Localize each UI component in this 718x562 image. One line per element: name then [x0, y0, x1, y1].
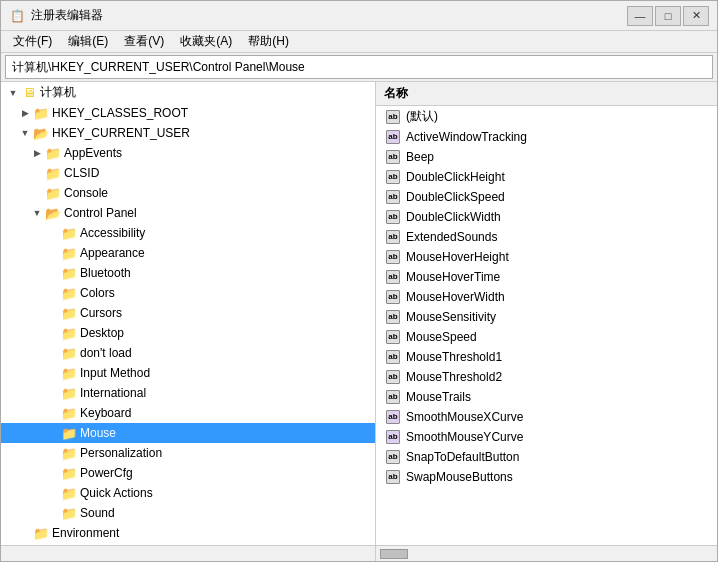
tree-label-computer: 计算机 [40, 84, 76, 101]
tree-item-keyboard[interactable]: ▶ 📁 Keyboard [1, 403, 375, 423]
tree-item-personalization[interactable]: ▶ 📁 Personalization [1, 443, 375, 463]
value-smoothmouseycurve[interactable]: ab SmoothMouseYCurve [376, 427, 717, 447]
type-icon-ab-mt2: ab [384, 370, 402, 384]
folder-icon-quickactions: 📁 [61, 486, 77, 500]
tree-item-hkcr[interactable]: ▶ 📁 HKEY_CLASSES_ROOT [1, 103, 375, 123]
value-name-extendedsounds: ExtendedSounds [406, 230, 497, 244]
value-name-doubleclickwidth: DoubleClickWidth [406, 210, 501, 224]
expand-appevents[interactable]: ▶ [29, 145, 45, 161]
value-mousehoverwidth[interactable]: ab MouseHoverWidth [376, 287, 717, 307]
expand-hkcr[interactable]: ▶ [17, 105, 33, 121]
folder-icon-powercfg: 📁 [61, 466, 77, 480]
menu-edit[interactable]: 编辑(E) [60, 31, 116, 52]
value-beep[interactable]: ab Beep [376, 147, 717, 167]
menu-bar: 文件(F) 编辑(E) 查看(V) 收藏夹(A) 帮助(H) [1, 31, 717, 53]
tree-label-international: International [80, 386, 146, 400]
minimize-button[interactable]: — [627, 6, 653, 26]
values-hscroll[interactable] [376, 546, 717, 561]
folder-icon-desktop: 📁 [61, 326, 77, 340]
value-name-mousehoverfime: MouseHoverTime [406, 270, 500, 284]
value-doubleclickspeed[interactable]: ab DoubleClickSpeed [376, 187, 717, 207]
tree-item-cursors[interactable]: ▶ 📁 Cursors [1, 303, 375, 323]
type-icon-ab: ab [384, 110, 402, 124]
tree-label-accessibility: Accessibility [80, 226, 145, 240]
registry-tree[interactable]: ▼ 🖥 计算机 ▶ 📁 HKEY_CLASSES_ROOT ▼ 📂 HKEY_C… [1, 82, 376, 545]
value-mousesensitivity[interactable]: ab MouseSensitivity [376, 307, 717, 327]
tree-item-computer[interactable]: ▼ 🖥 计算机 [1, 82, 375, 103]
type-icon-ab2-smyc: ab [384, 430, 402, 444]
tree-item-appearance[interactable]: ▶ 📁 Appearance [1, 243, 375, 263]
value-smoothmousexcurve[interactable]: ab SmoothMouseXCurve [376, 407, 717, 427]
menu-file[interactable]: 文件(F) [5, 31, 60, 52]
value-mousespeed[interactable]: ab MouseSpeed [376, 327, 717, 347]
value-doubleclickwidth[interactable]: ab DoubleClickWidth [376, 207, 717, 227]
tree-item-console[interactable]: ▶ 📁 Console [1, 183, 375, 203]
tree-label-clsid: CLSID [64, 166, 99, 180]
menu-help[interactable]: 帮助(H) [240, 31, 297, 52]
tree-item-hkcu[interactable]: ▼ 📂 HKEY_CURRENT_USER [1, 123, 375, 143]
menu-favorites[interactable]: 收藏夹(A) [172, 31, 240, 52]
type-icon-ab-mtrails: ab [384, 390, 402, 404]
maximize-button[interactable]: □ [655, 6, 681, 26]
type-icon-ab-mhtime: ab [384, 270, 402, 284]
value-name-mousespeed: MouseSpeed [406, 330, 477, 344]
address-path[interactable]: 计算机\HKEY_CURRENT_USER\Control Panel\Mous… [12, 59, 305, 76]
value-extendedsounds[interactable]: ab ExtendedSounds [376, 227, 717, 247]
tree-item-sound[interactable]: ▶ 📁 Sound [1, 503, 375, 523]
folder-icon-mouse: 📁 [61, 426, 77, 440]
tree-item-inputmethod[interactable]: ▶ 📁 Input Method [1, 363, 375, 383]
tree-item-controlpanel[interactable]: ▼ 📂 Control Panel [1, 203, 375, 223]
value-snaptodefaultbutton[interactable]: ab SnapToDefaultButton [376, 447, 717, 467]
folder-icon-bluetooth: 📁 [61, 266, 77, 280]
tree-label-controlpanel: Control Panel [64, 206, 137, 220]
tree-item-international[interactable]: ▶ 📁 International [1, 383, 375, 403]
close-button[interactable]: ✕ [683, 6, 709, 26]
expand-hkcu[interactable]: ▼ [17, 125, 33, 141]
type-icon-ab-mspeed: ab [384, 330, 402, 344]
value-mousethreshold1[interactable]: ab MouseThreshold1 [376, 347, 717, 367]
expand-controlpanel[interactable]: ▼ [29, 205, 45, 221]
computer-icon: 🖥 [21, 86, 37, 100]
main-content: ▼ 🖥 计算机 ▶ 📁 HKEY_CLASSES_ROOT ▼ 📂 HKEY_C… [1, 81, 717, 545]
tree-label-dontload: don't load [80, 346, 132, 360]
tree-item-clsid[interactable]: ▶ 📁 CLSID [1, 163, 375, 183]
hscroll-thumb [380, 549, 408, 559]
tree-item-mouse[interactable]: ▶ 📁 Mouse [1, 423, 375, 443]
tree-label-mouse: Mouse [80, 426, 116, 440]
folder-icon-inputmethod: 📁 [61, 366, 77, 380]
tree-item-dontload[interactable]: ▶ 📁 don't load [1, 343, 375, 363]
tree-item-eudc[interactable]: ▶ 📁 EUDC [1, 543, 375, 545]
tree-item-desktop[interactable]: ▶ 📁 Desktop [1, 323, 375, 343]
tree-label-environment: Environment [52, 526, 119, 540]
value-name-mousesensitivity: MouseSensitivity [406, 310, 496, 324]
folder-icon-colors: 📁 [61, 286, 77, 300]
tree-item-powercfg[interactable]: ▶ 📁 PowerCfg [1, 463, 375, 483]
tree-item-bluetooth[interactable]: ▶ 📁 Bluetooth [1, 263, 375, 283]
value-activewindowtracking[interactable]: ab ActiveWindowTracking [376, 127, 717, 147]
menu-view[interactable]: 查看(V) [116, 31, 172, 52]
tree-label-appevents: AppEvents [64, 146, 122, 160]
value-swapmousebuttons[interactable]: ab SwapMouseButtons [376, 467, 717, 487]
type-icon-ab2-1: ab [384, 130, 402, 144]
tree-label-inputmethod: Input Method [80, 366, 150, 380]
folder-icon-international: 📁 [61, 386, 77, 400]
value-mousehoverheight[interactable]: ab MouseHoverHeight [376, 247, 717, 267]
value-name-doubleclickheight: DoubleClickHeight [406, 170, 505, 184]
value-mousehoverfime[interactable]: ab MouseHoverTime [376, 267, 717, 287]
value-doubleclickheight[interactable]: ab DoubleClickHeight [376, 167, 717, 187]
tree-item-appevents[interactable]: ▶ 📁 AppEvents [1, 143, 375, 163]
tree-label-hkcr: HKEY_CLASSES_ROOT [52, 106, 188, 120]
bottom-scroll-area [1, 545, 717, 561]
tree-item-accessibility[interactable]: ▶ 📁 Accessibility [1, 223, 375, 243]
value-mousethreshold2[interactable]: ab MouseThreshold2 [376, 367, 717, 387]
folder-icon-dontload: 📁 [61, 346, 77, 360]
value-mousetrails[interactable]: ab MouseTrails [376, 387, 717, 407]
expand-computer[interactable]: ▼ [5, 85, 21, 101]
folder-icon-environment: 📁 [33, 526, 49, 540]
value-default[interactable]: ab (默认) [376, 106, 717, 127]
value-name-smoothmousexcurve: SmoothMouseXCurve [406, 410, 523, 424]
tree-label-personalization: Personalization [80, 446, 162, 460]
tree-item-environment[interactable]: ▶ 📁 Environment [1, 523, 375, 543]
tree-item-quickactions[interactable]: ▶ 📁 Quick Actions [1, 483, 375, 503]
tree-item-colors[interactable]: ▶ 📁 Colors [1, 283, 375, 303]
